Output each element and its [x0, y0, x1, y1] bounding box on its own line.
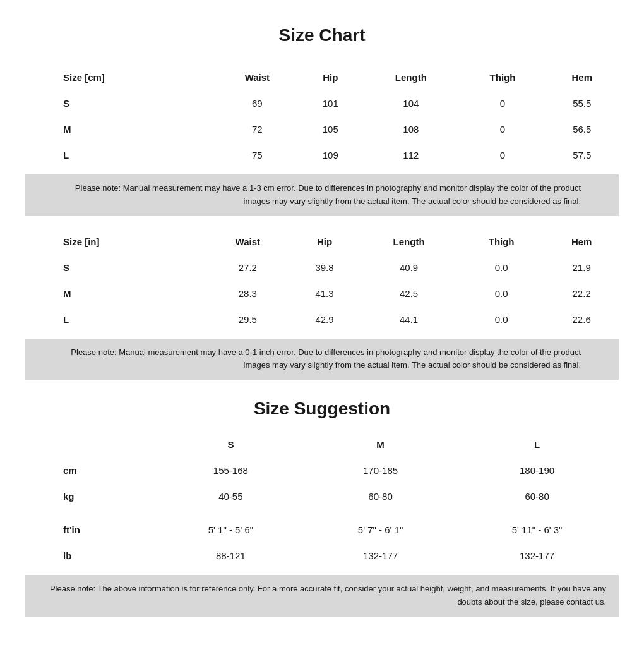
in-l-hip: 42.9 [290, 306, 359, 332]
in-m-thigh: 0.0 [458, 281, 544, 306]
cm-header-hip: Hip [299, 64, 362, 90]
suggestion-cm-l: 180-190 [455, 457, 619, 483]
in-s-thigh: 0.0 [458, 255, 544, 281]
suggestion-cm-label: cm [25, 457, 156, 483]
suggestion-kg-label: kg [25, 483, 156, 509]
table-row: kg 40-55 60-80 60-80 [25, 483, 619, 509]
cm-header-size: Size [cm] [25, 64, 215, 90]
suggestion-kg-s: 40-55 [156, 483, 306, 509]
table-row: S 27.2 39.8 40.9 0.0 21.9 [25, 255, 619, 281]
cm-l-thigh: 0 [460, 142, 546, 168]
suggestion-lb-s: 88-121 [156, 543, 306, 569]
cm-s-hip: 101 [299, 90, 362, 116]
table-row: lb 88-121 132-177 132-177 [25, 543, 619, 569]
cm-l-size: L [25, 142, 215, 168]
page-title: Size Chart [25, 25, 619, 45]
suggestion-header-empty [25, 432, 156, 457]
in-l-length: 44.1 [359, 306, 458, 332]
in-s-hem: 21.9 [544, 255, 619, 281]
in-note: Please note: Manual measurement may have… [25, 339, 619, 380]
cm-header-hem: Hem [545, 64, 619, 90]
suggestion-note: Please note: The above information is fo… [25, 575, 619, 617]
cm-note: Please note: Manual measurement may have… [25, 174, 619, 216]
cm-l-waist: 75 [215, 142, 299, 168]
in-header-size: Size [in] [25, 229, 206, 255]
suggestion-cm-m: 170-185 [306, 457, 455, 483]
in-l-waist: 29.5 [206, 306, 290, 332]
suggestion-ftin-m: 5' 7" - 6' 1" [306, 517, 455, 543]
in-m-hem: 22.2 [544, 281, 619, 306]
table-row: L 29.5 42.9 44.1 0.0 22.6 [25, 306, 619, 332]
cm-m-thigh: 0 [460, 116, 546, 142]
cm-l-hip: 109 [299, 142, 362, 168]
in-s-size: S [25, 255, 206, 281]
cm-s-length: 104 [362, 90, 460, 116]
table-row: M 72 105 108 0 56.5 [25, 116, 619, 142]
suggestion-ftin-s: 5' 1" - 5' 6" [156, 517, 306, 543]
suggestion-lb-label: lb [25, 543, 156, 569]
cm-s-waist: 69 [215, 90, 299, 116]
suggestion-lb-l: 132-177 [455, 543, 619, 569]
suggestion-kg-l: 60-80 [455, 483, 619, 509]
cm-s-hem: 55.5 [545, 90, 619, 116]
cm-size-table: Size [cm] Waist Hip Length Thigh Hem S 6… [25, 64, 619, 168]
suggestion-lb-m: 132-177 [306, 543, 455, 569]
suggestion-title: Size Suggestion [25, 399, 619, 419]
in-header-waist: Waist [206, 229, 290, 255]
cm-header-waist: Waist [215, 64, 299, 90]
in-s-length: 40.9 [359, 255, 458, 281]
suggestion-ftin-label: ft'in [25, 517, 156, 543]
in-size-table: Size [in] Waist Hip Length Thigh Hem S 2… [25, 229, 619, 332]
in-l-size: L [25, 306, 206, 332]
cm-l-length: 112 [362, 142, 460, 168]
suggestion-ftin-l: 5' 11" - 6' 3" [455, 517, 619, 543]
cm-m-hem: 56.5 [545, 116, 619, 142]
in-l-thigh: 0.0 [458, 306, 544, 332]
cm-m-waist: 72 [215, 116, 299, 142]
in-header-hem: Hem [544, 229, 619, 255]
suggestion-cm-s: 155-168 [156, 457, 306, 483]
in-m-waist: 28.3 [206, 281, 290, 306]
cm-s-thigh: 0 [460, 90, 546, 116]
table-row: cm 155-168 170-185 180-190 [25, 457, 619, 483]
in-m-hip: 41.3 [290, 281, 359, 306]
in-s-hip: 39.8 [290, 255, 359, 281]
cm-m-size: M [25, 116, 215, 142]
suggestion-kg-m: 60-80 [306, 483, 455, 509]
cm-header-thigh: Thigh [460, 64, 546, 90]
table-row: ft'in 5' 1" - 5' 6" 5' 7" - 6' 1" 5' 11"… [25, 517, 619, 543]
table-row: L 75 109 112 0 57.5 [25, 142, 619, 168]
in-m-size: M [25, 281, 206, 306]
cm-m-length: 108 [362, 116, 460, 142]
cm-s-size: S [25, 90, 215, 116]
in-m-length: 42.5 [359, 281, 458, 306]
suggestion-header-s: S [156, 432, 306, 457]
cm-l-hem: 57.5 [545, 142, 619, 168]
in-s-waist: 27.2 [206, 255, 290, 281]
in-header-thigh: Thigh [458, 229, 544, 255]
in-header-length: Length [359, 229, 458, 255]
cm-m-hip: 105 [299, 116, 362, 142]
in-l-hem: 22.6 [544, 306, 619, 332]
cm-header-length: Length [362, 64, 460, 90]
spacer-row [25, 509, 619, 517]
suggestion-header-m: M [306, 432, 455, 457]
table-row: M 28.3 41.3 42.5 0.0 22.2 [25, 281, 619, 306]
in-header-hip: Hip [290, 229, 359, 255]
suggestion-header-l: L [455, 432, 619, 457]
table-row: S 69 101 104 0 55.5 [25, 90, 619, 116]
suggestion-table: S M L cm 155-168 170-185 180-190 kg 40-5… [25, 432, 619, 569]
